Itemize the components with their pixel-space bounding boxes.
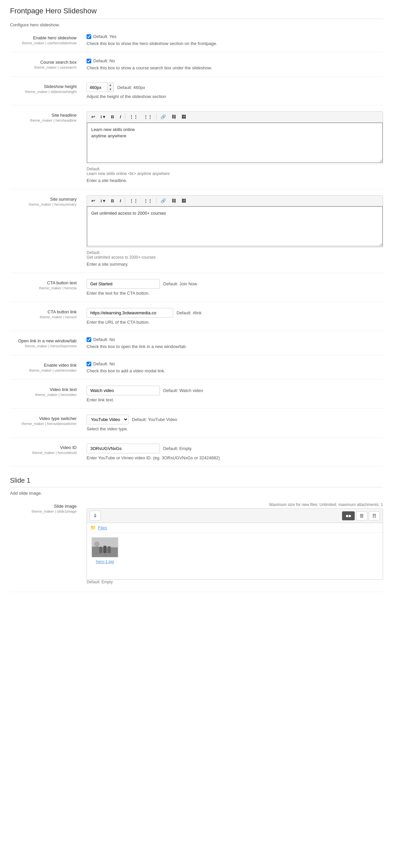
setting-content-slide-image: Maximum size for new files: Unlimited, m… [83, 502, 383, 586]
open-new-window-checkbox[interactable] [87, 337, 91, 342]
cta-text-input[interactable] [87, 279, 160, 289]
link-btn[interactable]: 🔗 [158, 113, 168, 121]
upload-button[interactable]: ⇩ [90, 511, 101, 521]
link-btn-2[interactable]: 🔗 [158, 197, 168, 205]
file-thumb-hero[interactable]: hero-1.jpg [92, 537, 118, 564]
unlink-btn[interactable]: ⛓ [169, 113, 178, 121]
height-increment-btn[interactable]: ▲ [107, 83, 113, 87]
toolbar-sep-2 [156, 114, 157, 120]
italic-btn[interactable]: I [118, 113, 124, 121]
cta-link-input[interactable] [87, 308, 173, 318]
setting-label-slideshow-height: Slideshow height theme_maker | slideshow… [10, 83, 83, 99]
headline-editor: ↩ i ▾ B I ⋮⋮ ⋮⋮ 🔗 ⛓ 🖼 Learn new skills o… [87, 111, 383, 164]
toolbar-sep-1 [125, 114, 125, 120]
enable-hero-checkbox[interactable] [87, 34, 91, 39]
setting-label-cta-link: CTA button link theme_maker | herourl [10, 308, 83, 325]
setting-label-cta-text: CTA button text theme_maker | herocta [10, 279, 83, 296]
setting-content-course-search: Default: No Check this box to show a cou… [83, 58, 383, 70]
undo-btn-2[interactable]: ↩ [89, 197, 97, 205]
headline-textarea[interactable]: Learn new skills online anytime anywhere [87, 123, 383, 163]
setting-content-cta-link: Default: #link Enter the URL of the CTA … [83, 308, 383, 325]
slide1-section-desc: Add slide image. [10, 491, 383, 496]
video-link-text-input[interactable] [87, 386, 160, 395]
info-dropdown-btn[interactable]: i ▾ [98, 113, 107, 121]
italic-btn-2[interactable]: I [118, 197, 124, 205]
setting-row-video-id: Video ID theme_maker | herovideoid Defau… [10, 444, 383, 467]
setting-content-site-summary: ↩ i ▾ B I ⋮⋮ ⋮⋮ 🔗 ⛓ 🖼 Get unlimited acce… [83, 195, 383, 267]
ul-btn-2[interactable]: ⋮⋮ [127, 197, 140, 205]
file-manager-toolbar: ⇩ ■■ ☰ ☶ [87, 509, 383, 523]
setting-row-slideshow-height: Slideshow height theme_maker | slideshow… [10, 83, 383, 105]
headline-toolbar: ↩ i ▾ B I ⋮⋮ ⋮⋮ 🔗 ⛓ 🖼 [87, 112, 383, 123]
checkbox-row-enable-video: Default: No [87, 361, 383, 366]
setting-label-enable-hero-slideshow: Enable hero slideshow theme_maker | useh… [10, 34, 83, 46]
summary-default: Default: Get unlimited access to 2000+ c… [87, 250, 383, 260]
undo-btn[interactable]: ↩ [89, 113, 97, 121]
setting-row-enable-hero-slideshow: Enable hero slideshow theme_maker | useh… [10, 34, 383, 52]
file-manager: ⇩ ■■ ☰ ☶ 📁 Files [87, 508, 383, 580]
file-manager-content: hero-1.jpg [87, 533, 383, 579]
summary-textarea[interactable]: Get unlimited access to 2000+ courses [87, 206, 383, 246]
setting-label-video-link-text: Video link text theme_maker | herovideo [10, 386, 83, 402]
video-link-text-input-row: Default: Watch video [87, 386, 383, 395]
checkbox-row-course-search: Default: No [87, 58, 383, 63]
setting-row-enable-video: Enable video link theme_maker | useherov… [10, 361, 383, 380]
slide-image-default: Default: Empty [87, 580, 383, 584]
video-type-select[interactable]: YouTube Video Vimeo Video [87, 415, 129, 424]
page-title: Frontpage Hero Slideshow [10, 7, 383, 19]
svg-rect-5 [107, 546, 111, 553]
svg-rect-3 [99, 547, 103, 553]
setting-content-enable-video: Default: No Check this box to add a vide… [83, 361, 383, 373]
number-input-row-height: ▲ ▼ Default: 460px [87, 83, 383, 92]
setting-row-site-headline: Site headline theme_maker | heroheadline… [10, 111, 383, 189]
info-dropdown-btn-2[interactable]: i ▾ [98, 197, 107, 205]
cta-text-input-row: Default: Join Now [87, 279, 383, 289]
setting-row-cta-text: CTA button text theme_maker | herocta De… [10, 279, 383, 302]
grid-view-btn[interactable]: ■■ [342, 512, 355, 520]
setting-row-open-new-window: Open link in a new window/tab theme_make… [10, 337, 383, 355]
setting-content-slideshow-height: ▲ ▼ Default: 460px Adjust the height of … [83, 83, 383, 99]
setting-content-video-id: Default: Empty Enter YouTube or Vimeo vi… [83, 444, 383, 460]
headline-default: Default: Learn new skills online <br> an… [87, 167, 383, 176]
image-btn-2[interactable]: 🖼 [179, 197, 188, 205]
height-spinner: ▲ ▼ [107, 83, 113, 92]
toolbar-sep-3 [125, 197, 125, 204]
ul-btn[interactable]: ⋮⋮ [127, 113, 140, 121]
course-search-checkbox[interactable] [87, 59, 91, 63]
height-number-input: ▲ ▼ [87, 83, 114, 92]
setting-content-enable-hero-slideshow: Default: Yes Check this box to show the … [83, 34, 383, 46]
video-type-select-row: YouTube Video Vimeo Video Default: YouTu… [87, 415, 383, 424]
unlink-btn-2[interactable]: ⛓ [169, 197, 178, 205]
file-thumb-image [92, 537, 118, 557]
setting-label-enable-video: Enable video link theme_maker | useherov… [10, 361, 83, 373]
svg-rect-4 [103, 546, 106, 553]
enable-video-checkbox[interactable] [87, 362, 91, 366]
setting-row-video-link-text: Video link text theme_maker | herovideo … [10, 386, 383, 409]
bold-btn-2[interactable]: B [108, 197, 116, 205]
svg-point-2 [94, 542, 99, 547]
svg-rect-6 [92, 547, 99, 554]
setting-label-site-headline: Site headline theme_maker | heroheadline [10, 111, 83, 183]
setting-label-video-id: Video ID theme_maker | herovideoid [10, 444, 83, 460]
bold-btn[interactable]: B [108, 113, 116, 121]
setting-content-cta-text: Default: Join Now Enter the text for the… [83, 279, 383, 296]
toolbar-sep-4 [156, 197, 157, 204]
ol-btn[interactable]: ⋮⋮ [141, 113, 155, 121]
setting-label-video-type: Video type switcher theme_maker | herovi… [10, 415, 83, 431]
file-manager-path: 📁 Files [87, 523, 383, 533]
view-buttons: ■■ ☰ ☶ [342, 512, 380, 520]
list-view-btn[interactable]: ☰ [356, 512, 367, 520]
tree-view-btn[interactable]: ☶ [369, 512, 380, 520]
checkbox-row-open-new-window: Default: No [87, 337, 383, 342]
file-name-label[interactable]: hero-1.jpg [96, 559, 114, 564]
setting-content-video-type: YouTube Video Vimeo Video Default: YouTu… [83, 415, 383, 431]
setting-content-open-new-window: Default: No Check this box to open the l… [83, 337, 383, 349]
ol-btn-2[interactable]: ⋮⋮ [141, 197, 155, 205]
image-btn[interactable]: 🖼 [179, 113, 188, 121]
files-path-label[interactable]: Files [98, 525, 107, 530]
setting-row-site-summary: Site summary theme_maker | herosummary ↩… [10, 195, 383, 273]
height-decrement-btn[interactable]: ▼ [107, 87, 113, 92]
height-input-field[interactable] [87, 83, 107, 92]
video-id-input[interactable] [87, 444, 160, 453]
setting-content-video-link-text: Default: Watch video Enter link text. [83, 386, 383, 402]
